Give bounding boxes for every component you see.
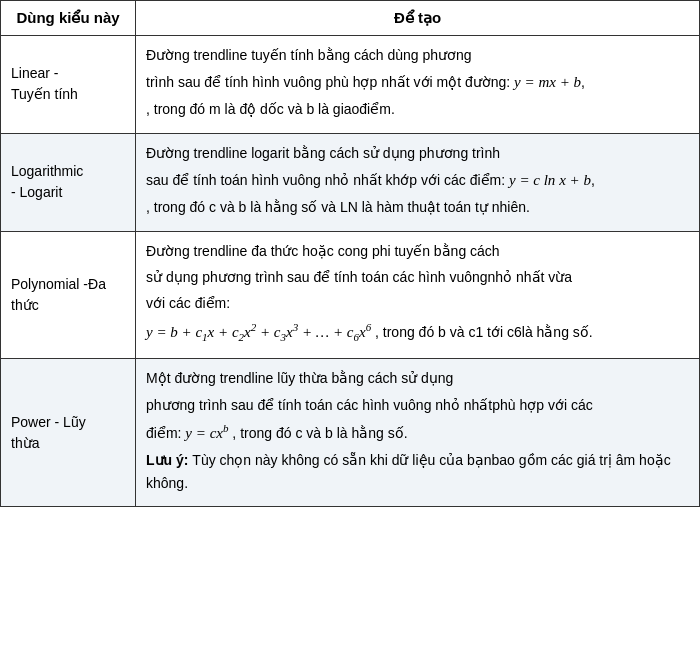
type-power-line1: Power - Lũy [11,414,86,430]
power-formula: y = cxb [185,420,228,445]
desc-linear: Đường trendline tuyến tính bằng cách dùn… [136,36,700,134]
header-desc: Để tạo [136,1,700,36]
header-type: Dùng kiểu này [1,1,136,36]
type-linear-line1: Linear - [11,65,58,81]
type-logarithmic: Logarithmic - Logarit [1,133,136,231]
linear-formula: y = mx + b [514,70,581,94]
linear-desc-p3: , trong đó m là độ dốc và b là giaođiểm. [146,98,689,120]
power-desc-p1: Một đường trendline lũy thừa bằng cách s… [146,367,689,389]
desc-polynomial: Đường trendline đa thức hoặc cong phi tu… [136,231,700,359]
type-linear: Linear - Tuyến tính [1,36,136,134]
type-polynomial: Polynomial -Đa thức [1,231,136,359]
row-linear: Linear - Tuyến tính Đường trendline tuyế… [1,36,700,134]
power-note: Lưu ý: Tùy chọn này không có sẵn khi dữ … [146,449,689,494]
trendline-table: Dùng kiểu này Để tạo Linear - Tuyến tính… [0,0,700,507]
row-polynomial: Polynomial -Đa thức Đường trendline đa t… [1,231,700,359]
row-power: Power - Lũy thừa Một đường trendline lũy… [1,359,700,507]
log-desc-p1: Đường trendline logarit bằng cách sử dụn… [146,142,689,164]
type-log-line1: Logarithmic [11,163,83,179]
poly-desc-p1: Đường trendline đa thức hoặc cong phi tu… [146,240,689,262]
log-desc-p2: sau để tính toán hình vuông nhỏ nhất khớ… [146,168,689,192]
type-poly-line2: thức [11,297,39,313]
main-table-container: Dùng kiểu này Để tạo Linear - Tuyến tính… [0,0,700,507]
desc-logarithmic: Đường trendline logarit bằng cách sử dụn… [136,133,700,231]
log-formula: y = c ln x + b [509,168,591,192]
poly-desc-p2: sử dụng phương trình sau để tính toán cá… [146,266,689,288]
linear-desc-p2: trình sau để tính hình vuông phù hợp nhấ… [146,70,689,94]
type-power: Power - Lũy thừa [1,359,136,507]
power-desc-p2: phương trình sau để tính toán các hình v… [146,394,689,416]
poly-desc-p3: với các điểm: [146,292,689,314]
type-poly-line1: Polynomial -Đa [11,276,106,292]
poly-formula-line: y = b + c1x + c2x2 + c3x3 + … + c6x6 , t… [146,319,689,347]
poly-formula: y = b + c1x + c2x2 + c3x3 + … + c6x6 [146,319,371,347]
type-power-line2: thừa [11,435,39,451]
linear-desc-p1: Đường trendline tuyến tính bằng cách dùn… [146,44,689,66]
type-log-line2: - Logarit [11,184,62,200]
power-formula-line: điểm: y = cxb , trong đó c và b là hằng … [146,420,689,445]
type-linear-line2: Tuyến tính [11,86,78,102]
power-note-bold: Lưu ý: [146,452,192,468]
log-desc-p3: , trong đó c và b là hằng số và LN là hà… [146,196,689,218]
row-logarithmic: Logarithmic - Logarit Đường trendline lo… [1,133,700,231]
desc-power: Một đường trendline lũy thừa bằng cách s… [136,359,700,507]
